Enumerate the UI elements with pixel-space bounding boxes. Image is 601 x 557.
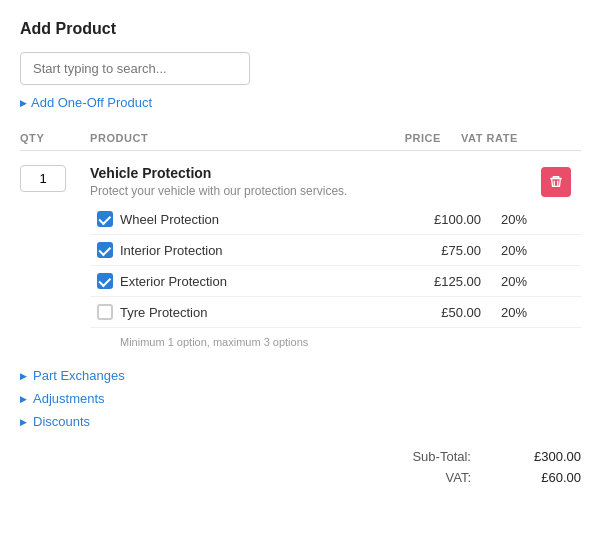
option-2-vat: 20% (491, 243, 581, 258)
option-row: Wheel Protection £100.00 20% (90, 204, 581, 235)
option-3-checkbox-wrapper (90, 273, 120, 289)
option-row: Exterior Protection £125.00 20% (90, 266, 581, 297)
subtotal-value: £300.00 (511, 449, 581, 464)
option-3-vat: 20% (491, 274, 581, 289)
option-2-price: £75.00 (391, 243, 491, 258)
option-3-name: Exterior Protection (120, 274, 391, 289)
subtotal-label: Sub-Total: (391, 449, 471, 464)
option-1-name: Wheel Protection (120, 212, 391, 227)
options-note: Minimum 1 option, maximum 3 options (120, 336, 581, 360)
vat-row: VAT: £60.00 (391, 470, 581, 485)
option-1-price: £100.00 (391, 212, 491, 227)
product-name: Vehicle Protection (90, 165, 351, 181)
search-input[interactable] (20, 52, 250, 85)
option-row: Interior Protection £75.00 20% (90, 235, 581, 266)
part-exchanges-label: Part Exchanges (33, 368, 125, 383)
option-4-name: Tyre Protection (120, 305, 391, 320)
delete-cell (541, 165, 581, 197)
option-2-checkbox[interactable] (97, 242, 113, 258)
add-one-off-label: Add One-Off Product (31, 95, 152, 110)
option-2-name: Interior Protection (120, 243, 391, 258)
option-4-checkbox[interactable] (97, 304, 113, 320)
col-vat-rate: VAT RATE (451, 132, 541, 144)
vat-value: £60.00 (511, 470, 581, 485)
option-4-price: £50.00 (391, 305, 491, 320)
add-one-off-link[interactable]: Add One-Off Product (20, 95, 581, 110)
part-exchanges-section[interactable]: Part Exchanges (20, 368, 581, 383)
options-section: Wheel Protection £100.00 20% Interior Pr… (90, 204, 581, 360)
table-header: QTY PRODUCT PRICE VAT RATE (20, 126, 581, 151)
option-1-checkbox[interactable] (97, 211, 113, 227)
col-price: PRICE (351, 132, 451, 144)
product-description: Protect your vehicle with our protection… (90, 184, 351, 198)
col-qty: QTY (20, 132, 90, 144)
col-product: PRODUCT (90, 132, 351, 144)
delete-product-button[interactable] (541, 167, 571, 197)
product-info: Vehicle Protection Protect your vehicle … (90, 165, 351, 198)
qty-cell (20, 165, 90, 192)
option-row: Tyre Protection £50.00 20% (90, 297, 581, 328)
vat-label: VAT: (391, 470, 471, 485)
trash-icon (549, 175, 563, 189)
discounts-section[interactable]: Discounts (20, 414, 581, 429)
qty-input[interactable] (20, 165, 66, 192)
option-4-vat: 20% (491, 305, 581, 320)
adjustments-section[interactable]: Adjustments (20, 391, 581, 406)
option-3-checkbox[interactable] (97, 273, 113, 289)
option-3-price: £125.00 (391, 274, 491, 289)
subtotal-row: Sub-Total: £300.00 (391, 449, 581, 464)
product-row: Vehicle Protection Protect your vehicle … (20, 155, 581, 204)
option-4-checkbox-wrapper (90, 304, 120, 320)
page-title: Add Product (20, 20, 581, 38)
adjustments-label: Adjustments (33, 391, 105, 406)
option-2-checkbox-wrapper (90, 242, 120, 258)
summary-section: Sub-Total: £300.00 VAT: £60.00 (20, 449, 581, 485)
col-actions (541, 132, 581, 144)
discounts-label: Discounts (33, 414, 90, 429)
collapsibles-section: Part Exchanges Adjustments Discounts (20, 368, 581, 429)
option-1-checkbox-wrapper (90, 211, 120, 227)
option-1-vat: 20% (491, 212, 581, 227)
